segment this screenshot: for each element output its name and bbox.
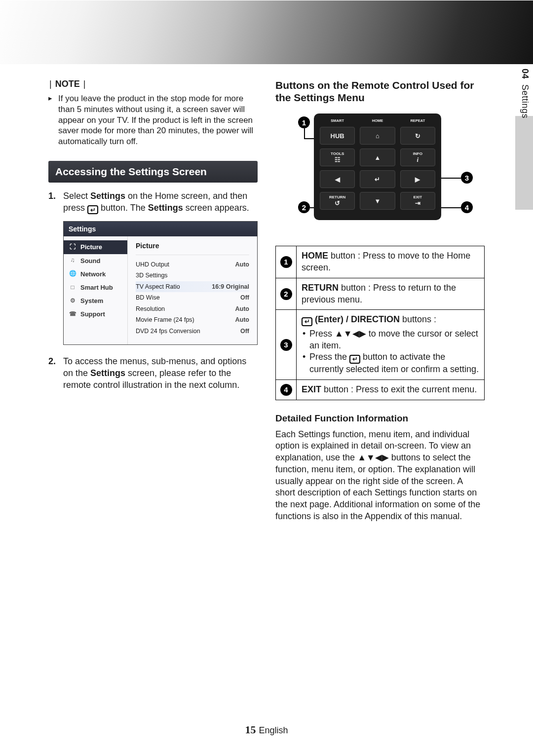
enter-bold: (Enter) / DIRECTION	[312, 314, 400, 324]
table-num-cell: 3	[276, 310, 297, 379]
sidebar-item-label: Network	[80, 270, 106, 278]
enter-head-rest: buttons :	[400, 314, 436, 324]
settings-row-key: TV Aspect Ratio	[136, 283, 180, 291]
li1-arrows: ▲▼◀▶	[335, 329, 366, 339]
settings-row[interactable]: Movie Frame (24 fps)Auto	[136, 314, 249, 326]
settings-row-key: DVD 24 fps Conversion	[136, 327, 200, 336]
return-icon: ↺	[335, 199, 340, 207]
sidebar-item-picture[interactable]: ⛶Picture	[64, 240, 127, 254]
table-desc-cell: HOME button : Press to move to the Home …	[297, 246, 485, 278]
label-smart: SMART	[320, 118, 355, 123]
settings-row[interactable]: TV Aspect Ratio16:9 Original	[136, 281, 249, 293]
step-2: To access the menus, sub-menus, and opti…	[48, 356, 258, 391]
remote-diagram: 1 2 3 4 SMART HOME REPEAT HUB	[275, 113, 485, 237]
sidebar-item-sound[interactable]: ♫Sound	[64, 254, 127, 267]
hub-button[interactable]: HUB	[320, 127, 355, 145]
settings-row-key: Movie Frame (24 fps)	[136, 316, 194, 324]
settings-row[interactable]: DVD 24 fps ConversionOff	[136, 326, 249, 337]
settings-main-heading: Picture	[136, 241, 249, 255]
sidebar-item-label: Sound	[80, 257, 100, 265]
table-num-cell: 4	[276, 379, 297, 400]
remote-row-1: HUB ⌂ ↻	[320, 127, 435, 145]
settings-panel: Settings ⛶Picture ♫Sound 🌐Network □Smart…	[63, 221, 258, 345]
settings-panel-title: Settings	[64, 222, 257, 236]
li1-a: Press	[309, 329, 335, 339]
label-home: HOME	[360, 118, 395, 123]
table-desc-cell: EXIT button : Press to exit the current …	[297, 379, 485, 400]
sidebar-item-label: Smart Hub	[80, 283, 113, 292]
note-header: | NOTE |	[48, 79, 258, 89]
exit-bold: EXIT	[302, 384, 321, 394]
settings-row-val: 16:9 Original	[212, 283, 249, 291]
repeat-button[interactable]: ↻	[400, 127, 435, 145]
sidebar-item-support[interactable]: ☎Support	[64, 307, 127, 321]
step2-bold: Settings	[90, 368, 125, 378]
num-disc-4: 4	[280, 384, 292, 396]
up-button[interactable]: ▲	[360, 149, 395, 166]
settings-row[interactable]: BD WiseOff	[136, 292, 249, 303]
note-pipe-l: |	[48, 79, 53, 89]
right-heading: Buttons on the Remote Control Used for t…	[275, 79, 485, 104]
enter-button[interactable]: ↵	[360, 170, 395, 188]
num-disc-3: 3	[280, 339, 292, 351]
info-button[interactable]: INFOi	[400, 149, 435, 166]
page-number: 15	[245, 723, 256, 736]
step1-bold-2: Settings	[148, 203, 183, 213]
settings-row[interactable]: 3D Settings	[136, 270, 249, 281]
callout-3: 3	[461, 172, 473, 184]
sidebar-item-network[interactable]: 🌐Network	[64, 267, 127, 281]
side-tab-text: Settings	[520, 84, 530, 118]
settings-main: Picture UHD OutputAuto 3D Settings TV As…	[128, 236, 257, 344]
tools-icon: ☷	[335, 156, 341, 163]
down-arrow-icon: ▼	[375, 197, 381, 205]
button-description-table: 1 HOME button : Press to move to the Hom…	[275, 246, 485, 400]
remote-top-labels: SMART HOME REPEAT	[320, 118, 435, 123]
detail-b: buttons to select the function, menu ite…	[275, 453, 480, 521]
step1-text-f: screen appears.	[183, 203, 249, 213]
settings-row-val: Auto	[235, 305, 249, 313]
network-icon: 🌐	[69, 270, 76, 278]
left-button[interactable]: ◀	[320, 170, 355, 188]
settings-row-key: 3D Settings	[136, 271, 168, 280]
step1-bold-1: Settings	[90, 191, 125, 201]
lead-1	[304, 128, 305, 138]
settings-row[interactable]: ResolutionAuto	[136, 303, 249, 315]
picture-icon: ⛶	[69, 243, 76, 251]
exit-button[interactable]: EXIT⇥	[400, 192, 435, 210]
home-button[interactable]: ⌂	[360, 127, 395, 145]
settings-row-val: Off	[240, 294, 249, 302]
return-label: RETURN	[329, 195, 345, 199]
info-icon: i	[417, 156, 419, 164]
table-desc-cell: RETURN button : Press to return to the p…	[297, 278, 485, 310]
settings-row[interactable]: UHD OutputAuto	[136, 259, 249, 270]
support-icon: ☎	[69, 310, 76, 318]
section-bar-access: Accessing the Settings Screen	[48, 161, 258, 183]
list-item: Press ▲▼◀▶ to move the cursor or select …	[302, 328, 479, 352]
page-footer: 15English	[0, 723, 533, 736]
settings-row-key: Resolution	[136, 305, 165, 313]
enter-icon: ↵	[87, 205, 98, 214]
home-bold: HOME	[302, 251, 328, 261]
side-tab-number: 04	[520, 69, 530, 79]
return-button[interactable]: RETURN↺	[320, 192, 355, 210]
remote-row-2: TOOLS☷ ▲ INFOi	[320, 149, 435, 166]
down-button[interactable]: ▼	[360, 192, 395, 210]
step1-text-a: Select	[63, 191, 90, 201]
sidebar-item-system[interactable]: ⚙System	[64, 294, 127, 307]
callout-4: 4	[461, 201, 473, 213]
tools-button[interactable]: TOOLS☷	[320, 149, 355, 166]
note-pipe-r: |	[82, 79, 87, 89]
sound-icon: ♫	[69, 257, 76, 265]
side-tab	[515, 116, 533, 210]
right-button[interactable]: ▶	[400, 170, 435, 188]
top-banner	[0, 0, 533, 64]
table-row: 1 HOME button : Press to move to the Hom…	[276, 246, 485, 278]
settings-sidebar: ⛶Picture ♫Sound 🌐Network □Smart Hub ⚙Sys…	[64, 236, 128, 344]
tools-label: TOOLS	[331, 151, 344, 156]
enter-icon: ↵	[349, 355, 360, 364]
sidebar-item-label: Picture	[80, 243, 102, 251]
left-arrow-icon: ◀	[335, 176, 340, 183]
detail-subhead: Detailed Function Information	[275, 413, 485, 424]
right-arrow-icon: ▶	[415, 176, 420, 183]
sidebar-item-smarthub[interactable]: □Smart Hub	[64, 281, 127, 294]
